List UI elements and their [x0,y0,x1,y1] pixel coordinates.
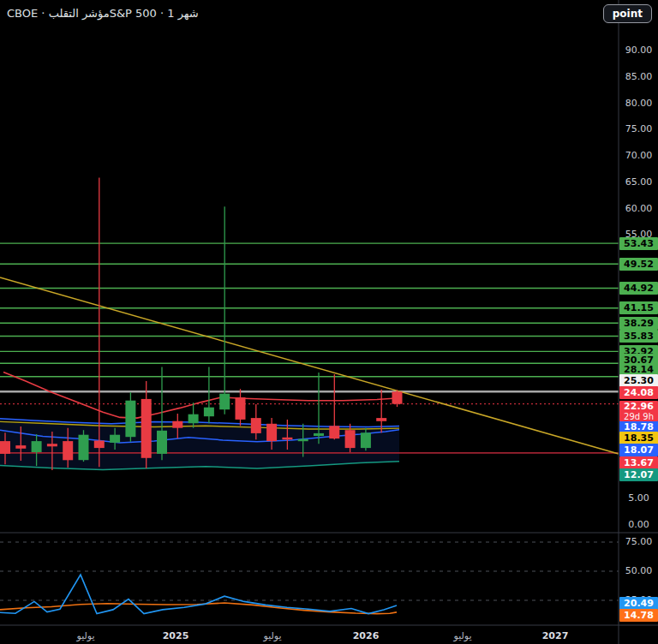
candle-body [141,399,152,458]
candle-body [188,414,199,424]
trading-chart-app: CBOE · مؤشر التقلبS&P 500 · 1 شهر point … [0,0,658,644]
overlay-value-label: 18.07 [619,444,658,456]
indicator-blue-value-label: 20.49 [619,597,658,610]
price-tick-label: 70.00 [619,150,658,162]
white-level-label: 25.30 [619,374,658,387]
candle-body [157,431,167,454]
overlay-value-label: 24.08 [619,386,658,399]
candle-body [47,444,57,446]
time-axis-label: يوليو [453,630,471,641]
current-price-value: 22.96 [619,401,658,412]
candle-body [172,421,182,428]
price-tick-label: 80.00 [619,98,658,110]
candle-body [204,408,214,417]
price-tick-label: 90.00 [619,45,658,57]
indicator-tick-label: 50.00 [619,565,658,577]
time-axis-label: 2026 [353,630,380,641]
time-axis-label: 2027 [542,630,569,641]
candle-body [314,433,324,436]
candle-body [282,438,292,440]
price-tick-label: 85.00 [619,71,658,83]
candle-body [392,391,403,403]
candle-body [361,432,371,448]
candle-body [125,401,135,438]
symbol-title[interactable]: CBOE · مؤشر التقلبS&P 500 · 1 شهر [7,7,199,20]
green-level-label: 35.83 [619,330,658,343]
instrument-name-arabic: مؤشر التقلب [49,7,110,20]
candle-body [32,441,42,452]
price-tick-label: 60.00 [619,203,658,215]
candle-body [329,426,339,438]
indicator-orange-value-label: 14.78 [619,609,658,622]
indicator-blue-line [0,575,397,614]
candle-body [236,397,246,420]
candle-body [376,418,386,421]
overlay-value-label: 18.35 [619,432,658,444]
candle-body [63,441,73,460]
time-axis-label: يوليو [263,630,281,641]
price-tick-label: 0.00 [619,519,658,531]
candle-body [15,445,26,449]
time-axis-label: يوليو [76,630,94,641]
candle-body [266,424,277,441]
indicator-tick-label: 75.00 [619,536,658,548]
green-level-label: 41.15 [619,301,658,314]
green-level-label: 49.52 [619,258,658,271]
current-price-label: 22.9629d 9h [619,401,658,421]
overlay-value-label: 12.07 [619,468,658,481]
candle-body [79,435,89,461]
price-tick-label: 75.00 [619,123,658,135]
candle-body [219,394,230,410]
bar-close-countdown: 29d 9h [619,412,658,421]
candle-body [110,435,120,443]
chart-canvas[interactable] [0,0,658,644]
time-axis-label: 2025 [163,630,189,641]
point-button[interactable]: point [603,4,652,23]
exchange-name: CBOE · [7,7,49,20]
candle-body [298,439,308,442]
red-level-label: 13.67 [619,456,658,469]
red-ma-line [3,373,399,419]
candle-body [0,441,10,454]
price-tick-label: 5.00 [619,492,658,504]
green-level-label: 38.29 [619,317,658,330]
symbol-and-interval: S&P 500 · 1 [110,7,178,20]
green-level-label: 44.92 [619,282,658,295]
price-tick-label: 65.00 [619,176,658,188]
interval-unit-arabic: شهر [178,7,199,20]
candle-body [94,441,105,449]
green-level-label: 53.43 [619,237,658,250]
candle-body [251,418,261,433]
candle-body [345,430,356,448]
